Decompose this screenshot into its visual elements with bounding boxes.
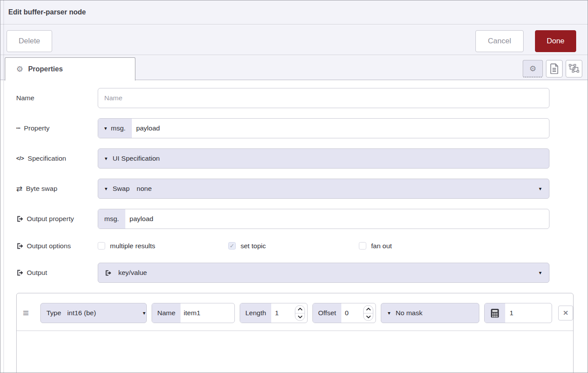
done-button[interactable]: Done [535, 30, 576, 52]
offset-stepper[interactable] [363, 305, 373, 321]
item-offset-input[interactable]: 0 [341, 303, 363, 323]
item-scale-input[interactable]: 1 [505, 303, 514, 323]
ellipsis-icon: ••• [16, 126, 20, 130]
tab-icon-buttons: ⚙ [523, 60, 582, 77]
item-name-input[interactable]: item1 [181, 303, 200, 323]
output-property-value-field[interactable]: payload [125, 209, 153, 229]
multiple-results-option: multiple results [98, 242, 228, 250]
delete-button[interactable]: Delete [7, 30, 52, 52]
fan-out-label: fan out [371, 242, 392, 250]
caret-down-icon: ▾ [104, 126, 107, 131]
item-mask-select[interactable]: ▾ No mask [381, 303, 479, 323]
tray-resize-handle[interactable] [4, 0, 4, 373]
item-mask-value: No mask [396, 309, 422, 317]
item-length-input[interactable]: 1 [271, 303, 295, 323]
gear-icon: ⚙ [529, 65, 536, 73]
gear-icon: ⚙ [16, 65, 23, 73]
specification-select[interactable]: ▾ UI Specification [98, 148, 549, 169]
output-property-row: Output property msg. payload [16, 209, 588, 229]
fan-out-checkbox[interactable] [359, 242, 366, 250]
caret-down-icon: ▾ [388, 310, 390, 316]
sign-out-icon [16, 215, 23, 222]
item-type-select[interactable]: Type int16 (be) ▾ [40, 303, 147, 323]
edit-node-dialog: Edit buffer-parser node Delete Cancel Do… [0, 0, 588, 373]
caret-down-icon: ▾ [539, 270, 542, 275]
caret-down-icon: ▾ [143, 310, 146, 316]
name-label: Name [16, 94, 98, 102]
byte-swap-label: ⇄ Byte swap [16, 184, 98, 194]
calculator-icon[interactable] [485, 303, 505, 323]
cancel-button[interactable]: Cancel [475, 30, 524, 52]
item-offset-prefix: Offset [313, 303, 341, 323]
output-options-label: Output options [16, 242, 98, 250]
name-input[interactable] [98, 88, 549, 108]
description-tab-button[interactable] [546, 60, 563, 77]
editor-tab-bar: ⚙ Properties ⚙ [0, 56, 588, 80]
tab-properties[interactable]: ⚙ Properties [5, 57, 135, 81]
remove-item-button[interactable]: ✕ [558, 306, 573, 320]
caret-down-icon: ▾ [539, 186, 542, 191]
multiple-results-checkbox[interactable] [98, 242, 105, 250]
dialog-header: Edit buffer-parser node [0, 0, 588, 25]
properties-form: Name ••• Property ▾ msg. payload [0, 80, 588, 373]
output-options-row: Output options multiple results ✓ set to… [16, 239, 588, 253]
specification-value: UI Specification [113, 155, 160, 162]
stepper-down-icon[interactable] [295, 313, 305, 321]
swap-arrows-icon: ⇄ [16, 184, 22, 194]
items-list: ≡ Type int16 (be) ▾ Name item1 Length 1 [16, 293, 574, 373]
appearance-tab-button[interactable] [566, 60, 582, 77]
property-label: ••• Property [16, 124, 98, 132]
item-offset-field: Offset 0 [312, 303, 376, 323]
set-topic-label: set topic [241, 242, 266, 250]
dialog-toolbar: Delete Cancel Done [0, 25, 588, 55]
appearance-icon [569, 64, 579, 74]
output-row: Output key/value ▾ [16, 263, 588, 283]
drag-handle-icon[interactable]: ≡ [23, 308, 33, 318]
set-topic-checkbox[interactable]: ✓ [228, 242, 236, 250]
item-name-prefix: Name [152, 303, 181, 323]
dialog-title: Edit buffer-parser node [8, 8, 86, 16]
output-property-label: Output property [16, 215, 98, 223]
code-icon: </> [16, 155, 24, 162]
item-row: ≡ Type int16 (be) ▾ Name item1 Length 1 [17, 293, 573, 331]
property-row: ••• Property ▾ msg. payload [16, 118, 588, 138]
stepper-up-icon[interactable] [295, 306, 305, 313]
item-name-field: Name item1 [152, 303, 235, 323]
multiple-results-label: multiple results [110, 242, 155, 250]
item-scale-field: 1 [484, 303, 552, 323]
property-value-field[interactable]: payload [132, 119, 160, 138]
close-icon: ✕ [563, 309, 569, 317]
item-length-prefix: Length [240, 303, 271, 323]
name-input-shell [98, 88, 549, 108]
byte-swap-select[interactable]: ▾ Swap none ▾ [98, 179, 549, 199]
byte-swap-button-label: Swap [113, 185, 130, 193]
stepper-up-icon[interactable] [364, 306, 373, 313]
byte-swap-row: ⇄ Byte swap ▾ Swap none ▾ [16, 179, 588, 199]
sign-out-icon [16, 243, 23, 250]
sign-out-icon [16, 269, 23, 276]
output-property-type-button[interactable]: msg. [98, 209, 125, 229]
stepper-down-icon[interactable] [364, 313, 373, 321]
property-input: ▾ msg. payload [98, 118, 549, 138]
specification-row: </> Specification ▾ UI Specification [16, 148, 588, 169]
document-icon [550, 63, 559, 74]
length-stepper[interactable] [295, 305, 305, 321]
output-property-type-label: msg. [104, 215, 119, 223]
fan-out-option: fan out [359, 242, 489, 250]
caret-down-icon: ▾ [105, 186, 107, 191]
properties-tab-button[interactable]: ⚙ [523, 60, 543, 77]
tab-properties-label: Properties [28, 65, 63, 73]
output-value: key/value [118, 269, 147, 277]
byte-swap-value: none [130, 179, 152, 198]
item-type-value: int16 (be) [67, 309, 96, 317]
item-type-label: Type [46, 309, 61, 317]
output-property-input: msg. payload [98, 209, 549, 229]
specification-label: </> Specification [16, 155, 98, 162]
set-topic-option: ✓ set topic [228, 242, 359, 250]
output-label: Output [16, 269, 98, 277]
sign-out-icon [105, 270, 111, 276]
item-length-field: Length 1 [240, 303, 308, 323]
property-type-button[interactable]: ▾ msg. [98, 119, 132, 138]
output-select[interactable]: key/value ▾ [98, 263, 549, 283]
property-type-label: msg. [111, 124, 126, 132]
